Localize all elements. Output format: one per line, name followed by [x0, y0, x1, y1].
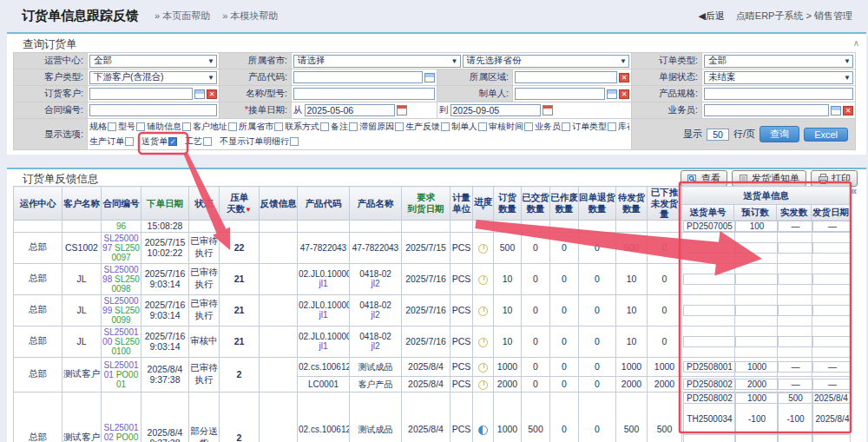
name-model-input[interactable]: [293, 88, 435, 100]
delivery-notice-button[interactable]: 发货通知单: [732, 170, 806, 187]
city-select[interactable]: 请先选择省份▼: [463, 55, 630, 68]
checkbox-icon[interactable]: [395, 122, 404, 131]
salesman-input[interactable]: [704, 104, 829, 116]
col-ship-date[interactable]: 发货日期: [812, 204, 851, 220]
excel-button[interactable]: Excel: [804, 128, 848, 142]
prod-code-input[interactable]: [293, 71, 423, 83]
checkbox-icon[interactable]: [125, 137, 134, 146]
date-from-input[interactable]: [305, 104, 395, 116]
col-delivery-no[interactable]: 送货单号: [682, 204, 734, 220]
display-option[interactable]: 辅助信息: [147, 121, 191, 133]
picker-icon[interactable]: [607, 89, 617, 99]
maker-input[interactable]: [515, 88, 605, 100]
col-return-qty[interactable]: 回单退货 数量: [579, 187, 616, 221]
col-to-ship-qty[interactable]: 待发货 数量: [616, 187, 648, 221]
breadcrumb[interactable]: 点晴ERP子系统 > 销售管理: [736, 10, 852, 23]
clear-icon[interactable]: ✕: [843, 106, 853, 115]
checkbox-icon[interactable]: [441, 122, 450, 131]
checkbox-icon[interactable]: [608, 122, 616, 131]
checkbox-icon[interactable]: [290, 137, 299, 146]
col-required-date[interactable]: 要求 到货日期: [402, 187, 450, 221]
date-to-input[interactable]: [450, 104, 541, 116]
query-button[interactable]: 查询: [760, 126, 799, 142]
display-option[interactable]: 业务员: [535, 121, 570, 133]
display-option[interactable]: 型号: [118, 121, 145, 133]
table-row[interactable]: 总部JLSL2500100 SL25001002025/7/16 9:03:14…: [14, 326, 851, 357]
province-select[interactable]: 请选择▼: [293, 55, 461, 68]
picker-icon[interactable]: [194, 89, 205, 99]
checkbox-icon[interactable]: [108, 122, 116, 131]
col-customer-name[interactable]: 客户名称: [62, 187, 102, 221]
checkbox-icon[interactable]: [524, 122, 533, 131]
order-type-select[interactable]: 全部▼: [704, 55, 853, 68]
col-pushed-unshipped-qty[interactable]: 已下推 未发货量: [648, 187, 682, 221]
checkbox-icon[interactable]: [136, 122, 145, 131]
display-option[interactable]: 生产订单: [89, 135, 134, 148]
clear-icon[interactable]: ✕: [619, 73, 629, 82]
display-option[interactable]: 备注: [331, 121, 358, 133]
checkbox-icon[interactable]: [182, 122, 191, 131]
display-option[interactable]: 库存信息: [618, 121, 629, 133]
panel-collapse-icon[interactable]: ∧: [853, 38, 859, 48]
order-cust-input[interactable]: [89, 88, 193, 100]
module-help-link[interactable]: » 本模块帮助: [222, 10, 278, 23]
calendar-icon[interactable]: [542, 105, 553, 115]
clear-icon[interactable]: ✕: [619, 89, 629, 99]
region-input[interactable]: [515, 71, 617, 83]
col-operation-center[interactable]: 运作中心: [14, 187, 62, 221]
col-feedback-info[interactable]: 反馈信息: [260, 187, 298, 221]
checkbox-icon[interactable]: [478, 122, 487, 131]
col-status[interactable]: 状态: [189, 187, 220, 221]
display-option[interactable]: 制单人: [451, 121, 487, 133]
display-option[interactable]: 订单类型: [572, 121, 616, 133]
col-progress[interactable]: 进度▼: [473, 187, 494, 221]
display-option[interactable]: 规格: [89, 121, 116, 133]
checkbox-icon[interactable]: [320, 122, 329, 131]
expand-columns-icon[interactable]: «: [851, 184, 857, 197]
table-row[interactable]: 9615:08:28PD2507005100——: [14, 220, 851, 232]
table-row[interactable]: 总部CS1002SL2500097 SL25000972025/7/15 10:…: [14, 232, 851, 263]
display-option[interactable]: 滞留原因: [359, 121, 404, 133]
table-row[interactable]: 总部JLSL2500099 SL25000992025/7/16 9:03:14…: [14, 294, 851, 326]
col-contract-no[interactable]: 合同编号: [102, 187, 141, 221]
view-button[interactable]: 查看: [681, 170, 727, 187]
col-product-name[interactable]: 产品名称: [350, 187, 402, 221]
checkbox-icon[interactable]: [274, 122, 283, 131]
clear-icon[interactable]: ✕: [207, 89, 217, 99]
checkbox-icon[interactable]: [349, 122, 358, 131]
display-option[interactable]: 不显示订单明细行: [220, 135, 299, 148]
checkbox-icon[interactable]: ✓: [168, 137, 177, 146]
doc-status-select[interactable]: 未结案▼: [704, 71, 853, 84]
display-option[interactable]: 工艺: [185, 135, 212, 148]
col-order-qty[interactable]: 订货 数量: [494, 187, 522, 221]
op-center-select[interactable]: 全部▼: [89, 55, 217, 68]
page-size-input[interactable]: [707, 129, 729, 141]
checkbox-icon[interactable]: [203, 137, 212, 146]
display-option[interactable]: 所属省市: [239, 121, 283, 133]
calendar-icon[interactable]: [397, 105, 407, 115]
display-option[interactable]: 客户地址: [193, 121, 237, 133]
col-voided-qty[interactable]: 已作废 数量: [550, 187, 579, 221]
col-booked-qty[interactable]: 预订数: [734, 204, 777, 220]
checkbox-icon[interactable]: [562, 122, 570, 131]
cust-type-select[interactable]: 下游客户(含混合)▼: [89, 71, 217, 84]
col-unit[interactable]: 计量 单位: [450, 187, 473, 221]
contract-input[interactable]: [89, 104, 217, 116]
back-button[interactable]: ◀后退: [698, 10, 724, 23]
checkbox-icon[interactable]: [228, 122, 237, 131]
col-order-date[interactable]: 下单日期: [141, 187, 189, 221]
table-row[interactable]: 总部测试客户SL2500101 PO00012025/8/4 9:37:38已审…: [14, 357, 851, 376]
col-product-code[interactable]: 产品代码: [298, 187, 350, 221]
table-row[interactable]: 总部JLSL2500098 SL25000982025/7/16 9:03:14…: [14, 263, 851, 294]
prod-spec-input[interactable]: [704, 88, 853, 100]
col-delivered-qty[interactable]: 已交货 数量: [522, 187, 550, 221]
col-actual-qty[interactable]: 实发数: [777, 204, 812, 220]
picker-icon[interactable]: [831, 106, 841, 115]
picker-icon[interactable]: [424, 73, 435, 82]
display-option[interactable]: 送货单✓: [141, 135, 177, 148]
display-option[interactable]: 联系方式: [285, 121, 329, 133]
display-option[interactable]: 生产反馈: [405, 121, 450, 133]
page-help-link[interactable]: » 本页面帮助: [155, 10, 210, 23]
col-pending-days[interactable]: 压单 天数▼: [220, 187, 260, 221]
display-option[interactable]: 审核时间: [489, 121, 533, 133]
